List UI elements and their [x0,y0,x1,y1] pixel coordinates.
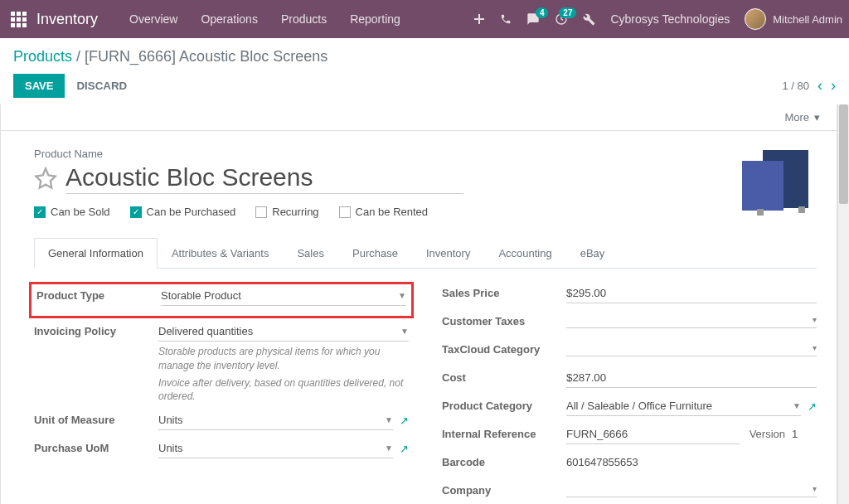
caret-down-icon: ▾ [813,343,817,352]
can-be-sold-checkbox[interactable]: ✓Can be Sold [34,206,110,218]
svg-rect-4 [798,206,805,213]
caret-down-icon: ▼ [793,401,801,410]
tab-attributes-variants[interactable]: Attributes & Variants [158,238,284,269]
external-link-icon[interactable]: ↗ [808,400,817,413]
company-selector[interactable]: Cybrosys Technologies [610,12,730,26]
invoicing-policy-label: Invoicing Policy [34,322,158,337]
tab-accounting[interactable]: Accounting [484,238,565,269]
uom-select[interactable]: Units▼ [158,410,393,430]
activities-badge: 27 [559,7,576,18]
caret-down-icon: ▼ [385,415,393,424]
product-type-highlight: Product Type Storable Product▼ [29,282,414,318]
nav-overview[interactable]: Overview [118,12,189,26]
settings-wrench-icon[interactable] [583,13,595,26]
taxcloud-select[interactable]: ▾ [566,340,817,356]
caret-down-icon: ▼ [398,291,406,300]
taxcloud-label: TaxCloud Category [442,340,566,356]
favorite-star-icon[interactable] [34,167,57,190]
top-navbar: Inventory Overview Operations Products R… [0,0,849,38]
product-image[interactable] [734,146,817,220]
version-value: 1 [792,424,817,444]
product-name-label: Product Name [34,148,817,160]
tab-sales[interactable]: Sales [283,238,338,269]
plus-icon[interactable] [473,13,485,25]
avatar [745,8,766,30]
nav-reporting[interactable]: Reporting [338,12,412,26]
uom-label: Unit of Measure [34,410,158,426]
sales-price-input[interactable] [566,284,817,303]
barcode-label: Barcode [442,453,566,468]
tab-general-information[interactable]: General Information [34,238,158,269]
form-sheet: More ▾ Product Name EN ✓Can be Sold ✓Can… [0,104,837,504]
app-title[interactable]: Inventory [36,11,98,28]
company-select[interactable]: ▾ [566,481,817,497]
user-name: Mitchell Admin [773,13,842,26]
product-type-label: Product Type [36,286,161,302]
tab-purchase[interactable]: Purchase [338,238,412,269]
can-be-purchased-checkbox[interactable]: ✓Can be Purchased [130,206,236,218]
user-menu[interactable]: Mitchell Admin [745,8,842,30]
caret-down-icon: ▾ [813,484,817,493]
help-text-storable: Storable products are physical items for… [158,345,409,373]
scrollbar-thumb[interactable] [839,104,848,204]
nav-operations[interactable]: Operations [189,12,269,26]
activities-icon[interactable]: 27 [555,12,568,26]
apps-menu-icon[interactable] [7,7,30,31]
product-category-select[interactable]: All / Saleable / Office Furniture▼ [566,396,801,416]
cost-label: Cost [442,368,566,384]
breadcrumb-root[interactable]: Products [13,48,72,65]
help-text-invoice: Invoice after delivery, based on quantit… [158,376,409,405]
purchase-uom-label: Purchase UoM [34,439,158,454]
vertical-scrollbar[interactable] [837,104,849,504]
customer-taxes-select[interactable]: ▾ [566,312,817,328]
sales-price-label: Sales Price [442,284,566,299]
tabs: General Information Attributes & Variant… [34,238,817,269]
internal-reference-label: Internal Reference [442,424,566,440]
chevron-down-icon: ▾ [814,111,820,124]
phone-icon[interactable] [500,13,512,25]
product-type-select[interactable]: Storable Product▼ [161,286,406,306]
barcode-value: 601647855653 [566,453,817,472]
breadcrumb: Products / [FURN_6666] Acoustic Bloc Scr… [13,48,836,65]
tab-ebay[interactable]: eBay [566,238,619,269]
invoicing-policy-select[interactable]: Delivered quantities▼ [158,322,409,342]
recurring-checkbox[interactable]: Recurring [255,206,318,218]
caret-down-icon: ▼ [400,327,409,336]
pager-prev-icon[interactable]: ‹ [817,77,822,94]
messages-badge: 4 [536,7,549,18]
customer-taxes-label: Customer Taxes [442,312,566,327]
external-link-icon[interactable]: ↗ [400,443,409,455]
discard-button[interactable]: DISCARD [76,80,127,92]
can-be-rented-checkbox[interactable]: Can be Rented [339,206,428,218]
company-label: Company [442,481,566,497]
breadcrumb-current: [FURN_6666] Acoustic Bloc Screens [85,48,327,65]
save-button[interactable]: SAVE [13,74,65,98]
caret-down-icon: ▾ [813,315,817,324]
pager-text[interactable]: 1 / 80 [782,80,809,92]
external-link-icon[interactable]: ↗ [400,414,409,427]
cost-input[interactable] [566,368,817,388]
caret-down-icon: ▼ [385,443,393,453]
messages-icon[interactable]: 4 [526,12,540,26]
product-category-label: Product Category [442,396,566,412]
svg-rect-2 [742,161,784,211]
nav-products[interactable]: Products [269,12,338,26]
pager-next-icon[interactable]: › [831,77,836,94]
internal-reference-input[interactable] [566,424,740,444]
product-name-input[interactable] [65,162,463,194]
more-dropdown[interactable]: More ▾ [784,111,820,124]
svg-rect-3 [757,209,764,216]
purchase-uom-select[interactable]: Units▼ [158,439,393,458]
version-label: Version [740,424,792,444]
tab-inventory[interactable]: Inventory [412,238,484,269]
